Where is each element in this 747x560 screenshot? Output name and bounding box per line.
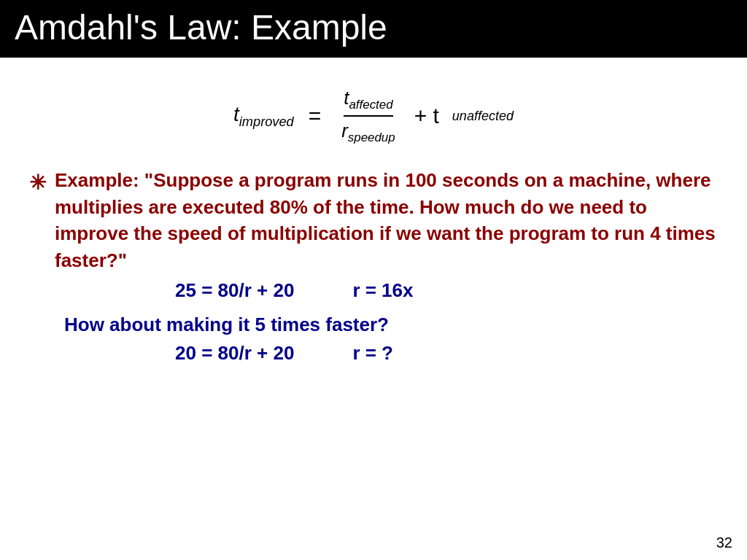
formula-section: timproved = taffected rspeedup + t unaff… — [29, 87, 718, 145]
slide-header: Amdahl's Law: Example — [0, 0, 747, 58]
equation-line-2: 20 = 80/r + 20 r = ? — [29, 342, 718, 365]
unaffected-subscript: unaffected — [452, 109, 514, 124]
plus-sign: + t — [414, 104, 439, 128]
equation1-right: r = 16x — [352, 279, 413, 302]
how-about-text: How about making it 5 times faster? — [29, 314, 718, 336]
affected-subscript: affected — [349, 98, 392, 112]
page-number: 32 — [716, 534, 732, 551]
fraction-denominator: rspeedup — [341, 117, 395, 145]
t-improved-term: timproved — [233, 103, 294, 130]
fraction-numerator: taffected — [344, 87, 392, 117]
example-bullet: ✳ Example: "Suppose a program runs in 10… — [29, 167, 718, 273]
equation-line-1: 25 = 80/r + 20 r = 16x — [29, 279, 718, 302]
equation2-left: 20 = 80/r + 20 — [175, 342, 294, 365]
amdahl-formula: timproved = taffected rspeedup + t unaff… — [233, 87, 514, 145]
improved-subscript: improved — [239, 114, 294, 128]
slide-title: Amdahl's Law: Example — [15, 8, 387, 47]
example-text: Example: "Suppose a program runs in 100 … — [55, 167, 718, 273]
slide-content: timproved = taffected rspeedup + t unaff… — [0, 58, 747, 379]
equals-sign: = — [309, 104, 322, 128]
fraction: taffected rspeedup — [341, 87, 395, 145]
example-section: ✳ Example: "Suppose a program runs in 10… — [29, 167, 718, 365]
bullet-symbol: ✳ — [29, 168, 46, 197]
equation2-right: r = ? — [352, 342, 393, 365]
speedup-subscript: speedup — [348, 131, 395, 144]
equation1-left: 25 = 80/r + 20 — [175, 279, 294, 302]
